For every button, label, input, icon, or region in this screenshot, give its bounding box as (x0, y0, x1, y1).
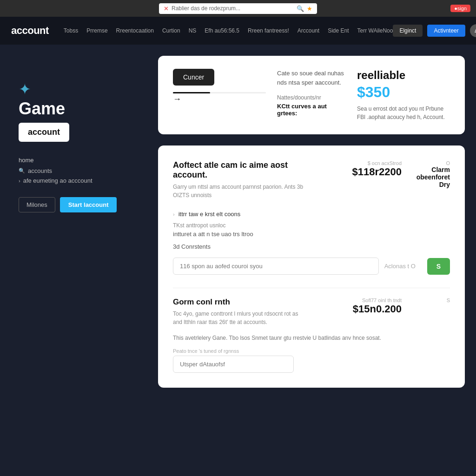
s2-left: Gorm conl rnth Toc 4yo, game conttront l… (173, 298, 307, 326)
cancel-button[interactable]: Cuncer (173, 69, 214, 86)
bch-sub: Garry um nttsl ams account parnnst paori… (173, 183, 307, 199)
top-card-left: Cuncer → (173, 69, 266, 104)
bc-input-label: Aclonas t O (384, 263, 422, 270)
search-icon: 🔍 (19, 168, 25, 174)
feature-row: › ittrr taw e krst elt coons (173, 211, 450, 218)
top-card-desc: Cate so soue deal nuhas nds ntsa sper aa… (277, 69, 346, 87)
progress-bar-area: → (173, 92, 266, 104)
bullet-icon: › (173, 212, 175, 217)
nav-link-6[interactable]: Efh au56:56.5 (205, 27, 239, 34)
bch-extra-label: O (413, 160, 450, 166)
sidebar-submitting-label: afe eumeting ao acccount (23, 177, 93, 184)
bch-left: Aoftect atle cam ic aime aost account. G… (173, 160, 307, 199)
browser-search-icon: 🔍 (297, 5, 304, 12)
sidebar-cta: Milones Start laccount (19, 197, 139, 212)
nav-link-9[interactable]: Side Ent (328, 27, 349, 34)
s2-title: Gorm conl rnth (173, 298, 307, 307)
nav-link-7[interactable]: Rreen fantreess! (248, 27, 289, 34)
top-card: Cuncer → Cate so soue deal nuhas nds nts… (158, 56, 465, 134)
panels-area: Cuncer → Cate so soue deal nuhas nds nts… (158, 45, 476, 476)
nav-links: Tobss Prremse Rreentocaation Curtion NS … (64, 27, 393, 34)
nav-link-5[interactable]: NS (189, 27, 197, 34)
feature-text: ittrr taw e krst elt coons (178, 211, 241, 218)
activate-button[interactable]: Activnteer (427, 25, 465, 37)
bc-detail: intturet a att n tse uao trs ltroo (173, 231, 450, 238)
progress-bar (173, 92, 266, 93)
site-logo[interactable]: account (11, 25, 49, 37)
browser-star-icon: ★ (307, 5, 312, 12)
bch-price-label: $ ocn acxStrod (318, 160, 402, 166)
sidebar-item-submitting[interactable]: › afe eumeting ao acccount (19, 177, 139, 184)
sidebar-account-badge: account (19, 123, 69, 142)
s2-right: Sofl77 oinl th tndt $15n0.200 (318, 298, 402, 326)
browser-bar: ✕ Rablier das de rodezprum... 🔍 ★ ●sign (0, 0, 476, 17)
nav-link-1[interactable]: Tobss (64, 27, 78, 34)
avatar[interactable]: Δ (470, 24, 476, 37)
bottom-card: Aoftect atle cam ic aime aost account. G… (158, 145, 465, 388)
minutes-button[interactable]: Milones (19, 197, 55, 212)
s2-field[interactable] (173, 356, 294, 373)
nav-link-3[interactable]: Rreentocaation (116, 27, 154, 34)
submit-button[interactable]: S (427, 258, 450, 275)
signin-button[interactable]: Elginct (393, 25, 423, 37)
section2: Gorm conl rnth Toc 4yo, game conttront l… (173, 288, 450, 373)
sidebar-logo: ✦ Game account (19, 82, 139, 142)
s2-price: $15n0.200 (318, 303, 402, 315)
bch-extra-val: ClarmobeenforetDry (413, 166, 450, 188)
bc-input-field[interactable] (173, 258, 379, 275)
game-icon-area: ✦ (19, 82, 139, 97)
progress-arrow: → (173, 94, 266, 104)
sidebar-home-label: home (19, 157, 139, 164)
browser-icon: ✕ (164, 5, 169, 12)
reliable-price: $350 (357, 84, 450, 101)
nav-link-4[interactable]: Curtion (162, 27, 180, 34)
reliable-desc: Sea u errost dot acd you nt Prbune FBl .… (357, 105, 450, 121)
sidebar-nav: home 🔍 accounts › afe eumeting ao acccou… (19, 157, 139, 184)
bird-icon: ✦ (19, 82, 31, 97)
url-bar[interactable]: ✕ Rablier das de rodezprum... 🔍 ★ (159, 3, 317, 14)
sidebar-item-accounts[interactable]: 🔍 accounts (19, 167, 139, 174)
bottom-card-header: Aoftect atle cam ic aime aost account. G… (173, 160, 450, 199)
nav-link-10[interactable]: Terr WAileNoo (357, 27, 393, 34)
main-nav: account Tobss Prremse Rreentocaation Cur… (0, 17, 476, 45)
top-card-middle: Cate so soue deal nuhas nds ntsa sper aa… (277, 69, 346, 117)
progress-fill (173, 92, 210, 93)
content-area: ✦ Game account home 🔍 accounts › afe eum… (0, 45, 476, 476)
arrow-icon: › (19, 178, 20, 184)
bc-meta-label: TKst anttropot usnloc (173, 222, 450, 229)
reliable-label: reelliable (357, 69, 450, 82)
bc-input-row: Aclonas t O S (173, 258, 450, 275)
sidebar: ✦ Game account home 🔍 accounts › afe eum… (0, 45, 158, 476)
s2-meta: Peato tnce 's tuned of rgnnss (173, 348, 450, 354)
browser-profile[interactable]: ●sign (450, 5, 470, 12)
bch-title: Aoftect atle cam ic aime aost account. (173, 160, 307, 180)
start-button[interactable]: Start laccount (60, 197, 117, 212)
url-text: Rablier das de rodezprum... (172, 5, 294, 12)
s2-extra-label: S (413, 298, 450, 303)
nav-actions: Elginct Activnteer Δ (393, 24, 476, 37)
nav-link-8[interactable]: Arccount (298, 27, 319, 34)
bch-extra: O ClarmobeenforetDry (413, 160, 450, 199)
bch-price: $118r2200 (318, 166, 402, 178)
bch-right: $ ocn acxStrod $118r2200 (318, 160, 402, 199)
s2-body: This avetrlelery Gane. Tbo lsos Snmet ta… (173, 334, 450, 343)
s2-price-label: Sofl77 oinl th tndt (318, 298, 402, 303)
top-card-sub-label: Nattes/doounts/nr (277, 94, 346, 101)
nav-link-2[interactable]: Prremse (86, 27, 107, 34)
top-card-code: KCtt curves a aut grtees: (277, 103, 346, 117)
s2-header: Gorm conl rnth Toc 4yo, game conttront l… (173, 298, 450, 326)
bc-meta-val: 3d Conrstents (173, 243, 450, 250)
s2-extra: S (413, 298, 450, 326)
game-title: Game (19, 100, 139, 117)
top-card-right: reelliable $350 Sea u errost dot acd you… (357, 69, 450, 121)
s2-sub: Toc 4yo, game conttront l rnlurs yout rd… (173, 310, 307, 326)
sidebar-accounts-label: accounts (28, 167, 52, 174)
